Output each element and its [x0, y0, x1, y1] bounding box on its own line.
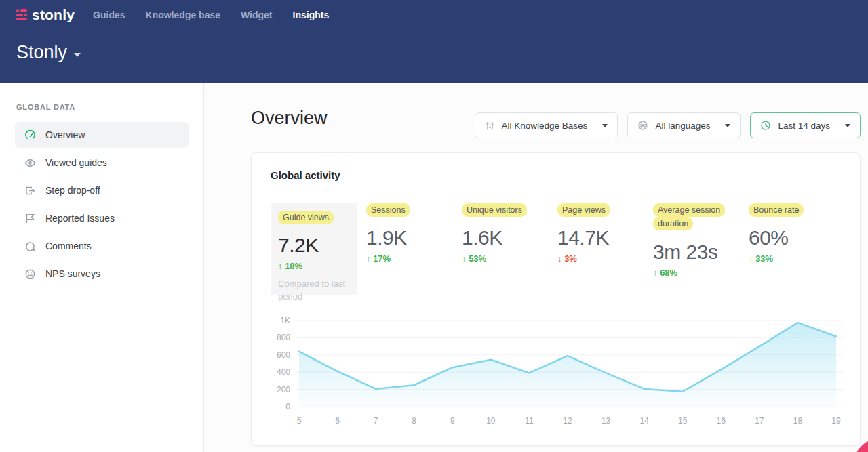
svg-text:1K: 1K: [280, 316, 290, 325]
metric-note: Compared to last period: [278, 278, 351, 304]
sidebar-item-comments[interactable]: Comments: [15, 233, 189, 259]
delta-arrow-icon: ↓: [557, 253, 562, 264]
metric-label: Sessions: [366, 203, 410, 217]
smiley-icon: [24, 268, 36, 280]
svg-text:600: 600: [277, 350, 290, 360]
svg-text:6: 6: [335, 416, 340, 426]
nav-item-knowledge-base[interactable]: Knowledge base: [146, 9, 220, 20]
delta-arrow-icon: ↑: [653, 268, 658, 278]
metric-page-views[interactable]: Page views 14.7K ↓ 3%: [557, 203, 644, 295]
svg-text:0: 0: [285, 402, 290, 411]
sidebar-item-label: Viewed guides: [45, 157, 107, 168]
sidebar-item-label: NPS surveys: [45, 268, 100, 279]
card-title: Global activity: [271, 169, 340, 181]
languages-filter[interactable]: All languages: [627, 112, 741, 138]
metric-value: 1.6K: [462, 226, 548, 249]
metric-guide-views[interactable]: Guide views 7.2K ↑ 18% Compared to last …: [271, 203, 357, 295]
svg-text:9: 9: [450, 416, 455, 426]
filter-label: All languages: [655, 121, 710, 131]
stonly-logo-icon: [16, 9, 27, 20]
sidebar-item-reported-issues[interactable]: Reported Issues: [15, 205, 189, 231]
svg-text:16: 16: [717, 416, 726, 426]
step-out-icon: [24, 185, 36, 197]
sidebar-item-overview[interactable]: Overview: [15, 122, 189, 148]
nav-item-insights[interactable]: Insights: [293, 9, 330, 20]
metric-label: Average session duration: [653, 203, 725, 230]
top-nav-items: Guides Knowledge base Widget Insights: [93, 9, 329, 20]
date-range-filter[interactable]: Last 14 days: [750, 112, 861, 138]
metric-sessions[interactable]: Sessions 1.9K ↑ 17%: [366, 203, 452, 295]
globe-icon: [637, 120, 648, 131]
logo-text: stonly: [32, 7, 75, 23]
flag-icon: [24, 213, 36, 224]
filter-bar: All Knowledge Bases All languages Last 1…: [475, 112, 861, 138]
metric-average-session-duration[interactable]: Average session duration 3m 23s ↑ 68%: [653, 203, 739, 295]
sidebar-item-label: Step drop-off: [45, 185, 100, 196]
metric-delta: ↓ 3%: [557, 253, 644, 264]
app-header: stonly Guides Knowledge base Widget Insi…: [0, 0, 868, 83]
metric-delta: ↑ 33%: [749, 253, 835, 264]
svg-text:19: 19: [831, 416, 841, 426]
metric-value: 7.2K: [278, 234, 349, 257]
metric-label: Unique visitors: [462, 203, 527, 217]
svg-text:10: 10: [486, 416, 496, 426]
global-activity-card: Global activity Guide views 7.2K ↑ 18% C…: [251, 152, 861, 446]
top-nav: stonly Guides Knowledge base Widget Insi…: [0, 0, 868, 23]
delta-arrow-icon: ↑: [462, 253, 467, 264]
sidebar-item-viewed-guides[interactable]: Viewed guides: [15, 150, 189, 176]
chart-svg: 02004006008001K5678910111213141516171819: [265, 311, 848, 436]
sliders-icon: [485, 121, 495, 131]
svg-text:13: 13: [601, 416, 611, 426]
delta-arrow-icon: ↑: [749, 253, 753, 264]
sidebar-item-nps-surveys[interactable]: NPS surveys: [15, 261, 189, 287]
page-title: Overview: [251, 108, 328, 129]
svg-text:15: 15: [678, 416, 688, 426]
sidebar: GLOBAL DATA Overview Viewed guides Step …: [0, 83, 204, 452]
sidebar-item-step-drop-off[interactable]: Step drop-off: [15, 178, 189, 203]
metric-delta: ↑ 53%: [462, 253, 548, 264]
svg-text:7: 7: [374, 416, 378, 426]
clock-icon: [760, 120, 771, 131]
svg-text:8: 8: [412, 416, 416, 426]
sidebar-item-label: Overview: [45, 129, 85, 140]
svg-text:12: 12: [563, 416, 572, 426]
workspace-title: Stonly: [16, 42, 67, 63]
metric-value: 1.9K: [366, 226, 452, 249]
metric-label: Bounce rate: [749, 203, 804, 217]
filter-label: All Knowledge Bases: [502, 121, 588, 131]
svg-text:14: 14: [639, 416, 649, 426]
svg-text:800: 800: [277, 333, 290, 342]
gauge-icon: [24, 129, 36, 141]
chevron-down-icon: [74, 53, 81, 57]
metric-delta: ↑ 18%: [278, 261, 349, 271]
svg-text:400: 400: [277, 367, 290, 377]
metric-label: Guide views: [278, 211, 334, 224]
workspace-selector[interactable]: Stonly: [16, 42, 81, 63]
metrics-row: Guide views 7.2K ↑ 18% Compared to last …: [271, 203, 835, 295]
nav-item-widget[interactable]: Widget: [241, 9, 273, 20]
metric-delta: ↑ 68%: [653, 268, 739, 278]
sidebar-item-label: Comments: [45, 241, 92, 251]
metric-bounce-rate[interactable]: Bounce rate 60% ↑ 33%: [749, 203, 835, 295]
chevron-down-icon: [725, 124, 730, 127]
chevron-down-icon: [602, 124, 608, 127]
sidebar-section-label: GLOBAL DATA: [16, 103, 203, 111]
metric-unique-visitors[interactable]: Unique visitors 1.6K ↑ 53%: [462, 203, 548, 295]
knowledge-bases-filter[interactable]: All Knowledge Bases: [475, 112, 618, 138]
nav-item-guides[interactable]: Guides: [93, 9, 125, 20]
svg-text:11: 11: [525, 416, 534, 426]
svg-text:17: 17: [755, 416, 764, 426]
svg-text:200: 200: [277, 385, 290, 394]
comment-icon: [24, 241, 36, 252]
filter-label: Last 14 days: [778, 121, 830, 131]
metric-delta: ↑ 17%: [366, 253, 452, 264]
main-content: Overview All Knowledge Bases All languag…: [204, 83, 868, 452]
eye-icon: [24, 157, 36, 169]
svg-text:18: 18: [793, 416, 803, 426]
delta-arrow-icon: ↑: [366, 253, 371, 264]
stonly-logo[interactable]: stonly: [16, 7, 75, 23]
activity-area-chart: 02004006008001K5678910111213141516171819: [265, 311, 848, 439]
delta-arrow-icon: ↑: [278, 261, 283, 271]
metric-label: Page views: [557, 203, 610, 217]
sidebar-item-label: Reported Issues: [45, 213, 115, 224]
